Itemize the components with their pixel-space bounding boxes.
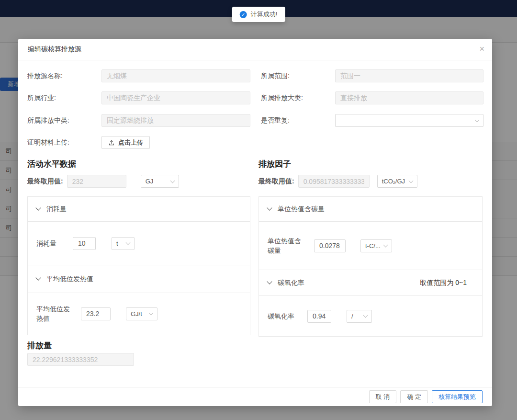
- activity-unit-value: GJ: [146, 178, 154, 185]
- activity-final-value-field: [67, 175, 126, 188]
- carbon-content-unit-select[interactable]: t-C/...: [360, 239, 392, 252]
- oxidation-rate-unit-select[interactable]: /: [347, 310, 372, 323]
- source-name-field: [101, 69, 250, 82]
- cancel-button[interactable]: 取 消: [369, 390, 397, 403]
- edit-emission-source-modal: 编辑碳核算排放源 × 排放源名称: 所属范围: 所属行业: 所属排放大类:: [18, 39, 492, 406]
- emission-mid-category-field: [101, 114, 250, 127]
- chevron-down-icon: [363, 313, 368, 318]
- heating-value-input[interactable]: [81, 307, 111, 320]
- carbon-content-section-header[interactable]: 单位热值含碳量: [259, 197, 482, 222]
- factor-final-value-field: [298, 175, 370, 188]
- chevron-down-icon: [267, 205, 272, 210]
- scope-label: 所属范围:: [261, 69, 335, 82]
- upload-button-label: 点击上传: [118, 138, 143, 147]
- heating-value-unit-value: GJ/t: [131, 310, 142, 318]
- upload-label: 证明材料上传:: [27, 136, 101, 149]
- consumption-label: 消耗量: [36, 238, 73, 248]
- consumption-unit-value: t: [116, 240, 118, 247]
- heating-value-unit-select[interactable]: GJ/t: [126, 307, 157, 320]
- chevron-down-icon: [35, 205, 41, 210]
- check-circle-icon: ✓: [240, 11, 247, 18]
- upload-button[interactable]: 点击上传: [101, 136, 150, 149]
- chevron-down-icon: [149, 311, 154, 316]
- activity-panel: 消耗量 消耗量 t 平均低位发热值 平均低位发热值: [27, 196, 250, 335]
- chevron-down-icon: [383, 243, 388, 248]
- carbon-content-row: 单位热值含碳量 t-C/...: [259, 222, 482, 270]
- ok-button[interactable]: 确 定: [400, 390, 428, 403]
- modal-header: 编辑碳核算排放源: [18, 39, 492, 60]
- oxidation-rate-section-header[interactable]: 碳氧化率 取值范围为 0~1: [259, 270, 482, 296]
- duplicate-select[interactable]: [335, 114, 483, 127]
- chevron-down-icon: [267, 279, 272, 284]
- consumption-section-header[interactable]: 消耗量: [28, 197, 250, 222]
- consumption-section-title: 消耗量: [46, 205, 67, 214]
- chevron-down-icon: [35, 275, 41, 280]
- heating-value-row: 平均低位发热值 GJ/t: [28, 293, 250, 334]
- consumption-row: 消耗量 t: [28, 222, 250, 265]
- chevron-down-icon: [408, 178, 413, 183]
- modal-title: 编辑碳核算排放源: [28, 45, 81, 54]
- oxidation-rate-label: 碳氧化率: [268, 311, 304, 321]
- heating-value-section-header[interactable]: 平均低位发热值: [28, 265, 250, 293]
- heating-value-label: 平均低位发热值: [36, 304, 73, 323]
- emission-amount-title: 排放量: [27, 340, 52, 351]
- oxidation-rate-row: 碳氧化率 /: [259, 296, 482, 336]
- activity-unit-select[interactable]: GJ: [141, 175, 179, 188]
- factor-unit-select[interactable]: tCO₂/GJ: [377, 175, 417, 188]
- oxidation-rate-input[interactable]: [307, 310, 331, 323]
- activity-data-title: 活动水平数据: [27, 159, 76, 170]
- industry-field: [101, 91, 250, 104]
- upload-icon: [108, 139, 115, 146]
- factor-final-value-label: 最终取用值:: [258, 177, 294, 186]
- chevron-down-icon: [170, 178, 175, 183]
- factor-panel: 单位热值含碳量 单位热值含碳量 t-C/... 碳氧化率 取值范围为 0~1: [258, 196, 483, 337]
- industry-label: 所属行业:: [27, 91, 101, 104]
- success-toast: ✓ 计算成功!: [232, 7, 285, 22]
- modal-body: 排放源名称: 所属范围: 所属行业: 所属排放大类: 所属排放中类:: [18, 61, 492, 387]
- chevron-down-icon: [126, 240, 131, 245]
- oxidation-rate-note: 取值范围为 0~1: [420, 279, 473, 287]
- oxidation-rate-unit-value: /: [351, 313, 353, 320]
- emission-factor-title: 排放因子: [258, 159, 291, 170]
- activity-final-value-label: 最终取用值:: [27, 177, 63, 186]
- modal-footer: 取 消 确 定 核算结果预览: [18, 387, 492, 406]
- chevron-down-icon: [475, 117, 480, 122]
- carbon-content-unit-value: t-C/...: [365, 242, 381, 250]
- source-name-label: 排放源名称:: [27, 69, 101, 82]
- factor-unit-value: tCO₂/GJ: [382, 178, 405, 185]
- close-icon[interactable]: ×: [479, 44, 484, 54]
- emission-major-category-field: [335, 91, 483, 104]
- toast-message: 计算成功!: [251, 10, 278, 19]
- carbon-content-input[interactable]: [314, 239, 346, 252]
- emission-amount-field: [27, 353, 134, 366]
- carbon-content-label: 单位热值含碳量: [268, 236, 304, 255]
- result-preview-button[interactable]: 核算结果预览: [432, 390, 483, 403]
- scope-field: [335, 69, 483, 82]
- consumption-input[interactable]: [73, 237, 96, 250]
- screen: 新增 司 司 司 司 司 ✓ 计算成功! 编辑碳核算排放源 × 排放源名称:: [0, 0, 517, 420]
- emission-mid-category-label: 所属排放中类:: [27, 114, 101, 127]
- oxidation-rate-section-title: 碳氧化率: [278, 279, 304, 287]
- heating-value-section-title: 平均低位发热值: [46, 275, 93, 284]
- consumption-unit-select[interactable]: t: [112, 237, 135, 250]
- carbon-content-section-title: 单位热值含碳量: [278, 205, 325, 214]
- emission-major-category-label: 所属排放大类:: [261, 91, 335, 104]
- duplicate-label: 是否重复:: [261, 114, 335, 127]
